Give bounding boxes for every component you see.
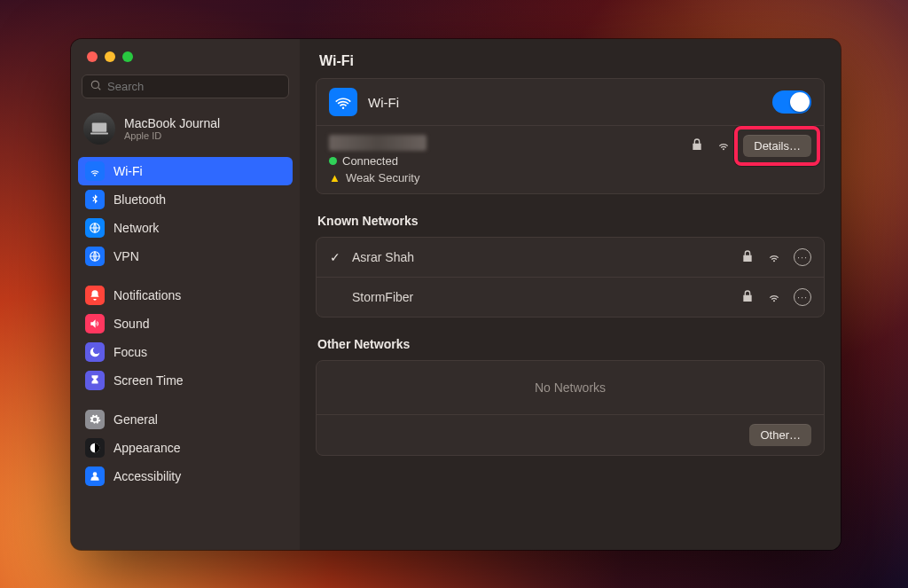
sidebar-item-vpn[interactable]: VPN <box>78 242 293 270</box>
globe-icon <box>85 218 105 238</box>
person-icon <box>85 466 105 486</box>
svg-point-0 <box>91 81 98 88</box>
sidebar-item-label: Notifications <box>114 288 181 302</box>
sidebar-item-notifications[interactable]: Notifications <box>78 281 293 310</box>
wifi-label: Wi-Fi <box>368 95 399 110</box>
sidebar-item-label: General <box>114 412 158 427</box>
appearance-icon <box>85 438 105 458</box>
no-networks-text: No Networks <box>317 361 824 414</box>
close-window-button[interactable] <box>87 51 98 62</box>
other-network-button[interactable]: Other… <box>749 424 811 446</box>
more-options-button[interactable]: ··· <box>794 248 811 266</box>
svg-rect-3 <box>90 133 108 135</box>
sidebar-item-label: VPN <box>114 249 139 263</box>
lock-icon <box>740 289 755 306</box>
sidebar-item-label: Sound <box>114 317 149 331</box>
hourglass-icon <box>85 371 105 390</box>
current-network-name <box>329 135 427 151</box>
svg-point-7 <box>93 472 98 476</box>
sidebar-item-label: Focus <box>114 345 147 359</box>
account-subtitle: Apple ID <box>124 130 220 141</box>
wifi-icon <box>85 161 105 181</box>
status-dot-icon <box>329 157 337 165</box>
wifi-icon <box>329 88 357 116</box>
minimize-window-button[interactable] <box>105 51 115 62</box>
network-name: Asrar Shah <box>352 250 730 264</box>
zoom-window-button[interactable] <box>122 51 133 62</box>
warning-icon: ▲ <box>329 171 340 184</box>
lock-icon <box>740 249 755 266</box>
bell-icon <box>85 286 105 305</box>
sidebar: MacBook Journal Apple ID Wi-FiBluetoothN… <box>71 39 300 550</box>
svg-line-1 <box>98 88 101 90</box>
bluetooth-icon <box>85 190 105 209</box>
wifi-signal-icon <box>716 137 731 155</box>
sidebar-item-label: Bluetooth <box>114 192 166 207</box>
known-networks-heading: Known Networks <box>317 214 823 228</box>
account-name: MacBook Journal <box>124 116 220 130</box>
sidebar-item-label: Appearance <box>114 441 181 455</box>
sidebar-item-label: Network <box>114 221 159 235</box>
sidebar-item-accessibility[interactable]: Accessibility <box>78 462 293 490</box>
wifi-signal-icon <box>767 289 781 306</box>
known-network-row[interactable]: ✓Asrar Shah··· <box>317 238 824 277</box>
globe-icon <box>85 247 105 266</box>
wifi-signal-icon <box>767 249 781 266</box>
speaker-icon <box>85 314 105 333</box>
sidebar-item-focus[interactable]: Focus <box>78 338 293 366</box>
sidebar-item-screentime[interactable]: Screen Time <box>78 366 293 395</box>
gear-icon <box>85 410 105 429</box>
sidebar-item-label: Wi-Fi <box>114 164 143 178</box>
sidebar-item-appearance[interactable]: Appearance <box>78 434 293 462</box>
system-settings-window: MacBook Journal Apple ID Wi-FiBluetoothN… <box>71 39 841 550</box>
window-traffic-lights <box>71 39 300 71</box>
wifi-status-panel: Wi-Fi Connected ▲ Weak Security <box>316 78 825 194</box>
sidebar-item-label: Accessibility <box>114 469 181 483</box>
sidebar-item-general[interactable]: General <box>78 405 293 434</box>
other-networks-heading: Other Networks <box>317 337 823 351</box>
page-title: Wi-Fi <box>300 39 841 78</box>
checkmark-icon: ✓ <box>329 250 341 264</box>
account-avatar <box>83 113 115 145</box>
svg-rect-2 <box>92 123 107 132</box>
more-options-button[interactable]: ··· <box>794 288 811 306</box>
search-icon <box>90 79 102 94</box>
search-field[interactable] <box>82 74 289 98</box>
sidebar-item-wifi[interactable]: Wi-Fi <box>78 157 293 185</box>
sidebar-item-bluetooth[interactable]: Bluetooth <box>78 185 293 214</box>
sidebar-item-sound[interactable]: Sound <box>78 310 293 338</box>
search-input[interactable] <box>107 80 281 93</box>
sidebar-item-label: Screen Time <box>114 373 184 388</box>
sidebar-item-network[interactable]: Network <box>78 214 293 242</box>
moon-icon <box>85 342 105 362</box>
lock-icon <box>690 137 704 155</box>
wifi-toggle[interactable] <box>772 90 811 114</box>
connection-status: Connected <box>329 154 679 168</box>
main-content: Wi-Fi Wi-Fi Connected <box>300 39 841 550</box>
network-name: StormFiber <box>352 290 730 304</box>
known-network-row[interactable]: StormFiber··· <box>317 278 824 317</box>
sidebar-nav: Wi-FiBluetoothNetworkVPNNotificationsSou… <box>71 157 300 501</box>
security-warning: ▲ Weak Security <box>329 171 679 184</box>
details-button[interactable]: Details… <box>743 135 811 157</box>
other-networks-panel: No Networks Other… <box>316 360 825 456</box>
known-networks-panel: ✓Asrar Shah···StormFiber··· <box>316 237 825 318</box>
apple-id-account[interactable]: MacBook Journal Apple ID <box>71 109 300 157</box>
